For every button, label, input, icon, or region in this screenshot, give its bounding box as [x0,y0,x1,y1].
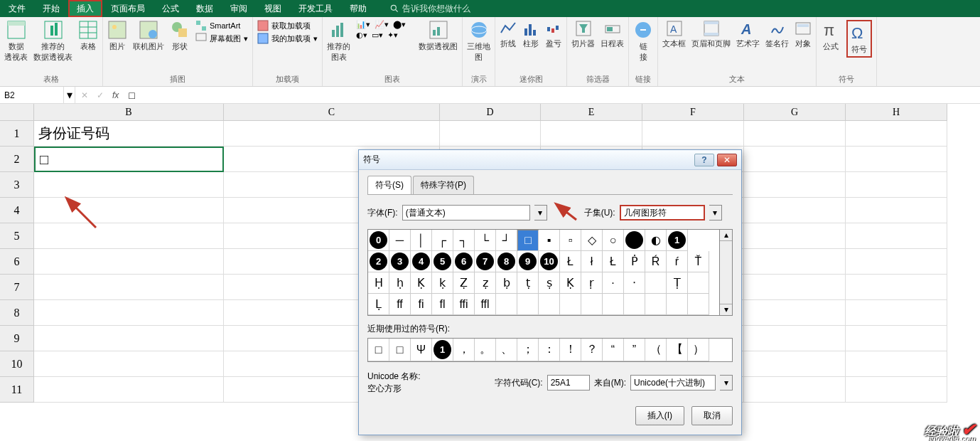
tab-file[interactable]: 文件 [0,0,34,17]
symbol-cell[interactable] [496,294,517,315]
symbol-cell[interactable]: 3 [389,251,411,272]
symbol-cell[interactable]: ○ [603,230,624,251]
tab-data[interactable]: 数据 [188,0,222,17]
table-btn[interactable]: 表格 [78,20,98,52]
cell-D1[interactable] [440,121,541,147]
sparkline-btn[interactable]: 折线 [500,20,517,49]
cell-G10[interactable] [744,351,846,377]
tab-view[interactable]: 视图 [256,0,290,17]
symbol-cell[interactable]: ┘ [496,230,517,251]
symbol-cell[interactable]: 0 [368,230,389,251]
symbol-cell[interactable] [624,230,645,251]
symbol-cell[interactable]: ṛ [581,272,603,294]
cell-G9[interactable] [744,326,846,351]
charcode-input[interactable] [547,375,590,390]
recent-symbol-cell[interactable]: ） [688,339,709,361]
cell-G7[interactable] [744,275,846,300]
symbol-cell[interactable]: ṭ [517,272,539,294]
name-box[interactable]: B2 [0,87,64,103]
cell-G8[interactable] [744,300,846,326]
row-header-1[interactable]: 1 [0,121,34,147]
from-select[interactable]: Unicode(十六进制) [630,375,716,390]
font-select-dropdown[interactable]: ▾ [534,205,547,220]
symbol-cell[interactable] [603,294,624,315]
subset-select-dropdown[interactable]: ▾ [709,205,722,220]
col-header-H[interactable]: H [846,104,947,121]
symbol-cell[interactable]: ḥ [389,272,411,294]
cell-B10[interactable] [34,351,224,377]
row-header-8[interactable]: 8 [0,300,34,326]
tell-me-search[interactable]: 告诉我你想做什么 [389,0,470,17]
cell-H4[interactable] [846,198,947,223]
recent-symbol-cell[interactable]: “ [603,339,624,361]
dialog-help-btn[interactable]: ? [694,154,714,166]
shapes-btn[interactable]: 形状 [170,20,190,52]
tab-devtools[interactable]: 开发工具 [290,0,341,17]
recent-symbol-cell[interactable]: ” [624,339,645,361]
cell-E1[interactable] [541,121,642,147]
symbol-cell[interactable]: ff [389,294,411,315]
row-header-9[interactable]: 9 [0,326,34,351]
symbol-cell[interactable] [517,294,539,315]
object-btn[interactable]: 对象 [795,20,812,49]
symbol-cell[interactable]: Ṗ [624,251,645,272]
pivot-chart-btn[interactable]: 数据透视图 [419,20,458,52]
symbol-cell[interactable]: 10 [539,251,560,272]
cell-B2[interactable]: □ [34,147,224,172]
font-select[interactable]: (普通文本) [402,205,530,220]
symbol-cell[interactable]: □ [517,230,539,251]
cell-B6[interactable] [34,249,224,275]
tab-insert[interactable]: 插入 [68,0,102,17]
symbol-cell[interactable]: Ł [603,251,624,272]
3dmap-btn[interactable]: 三维地 图 [467,20,490,63]
equation-btn[interactable]: π公式 [821,20,841,52]
recent-symbol-cell[interactable]: （ [645,339,667,361]
col-header-E[interactable]: E [541,104,642,121]
recent-symbol-cell[interactable]: □ [368,339,389,361]
cell-G3[interactable] [744,172,846,198]
symbol-cell[interactable]: fi [411,294,432,315]
cell-B1[interactable]: 身份证号码 [34,121,224,147]
symbol-cell[interactable]: ▫ [560,230,581,251]
recent-symbol-cell[interactable]: Ψ [411,339,432,361]
screenshot-btn[interactable]: 屏幕截图 ▾ [195,33,248,44]
symbol-cell[interactable]: 5 [432,251,453,272]
cell-B8[interactable] [34,300,224,326]
smartart-btn[interactable]: SmartArt [195,20,248,31]
subset-select[interactable]: 几何图形符 [620,205,705,220]
symbol-cell[interactable]: Ḷ [368,294,389,315]
wordart-btn[interactable]: A艺术字 [736,20,760,49]
cell-H5[interactable] [846,223,947,249]
chart-icon[interactable]: ⬤▾ [393,20,406,29]
symbol-cell[interactable]: ‧ [624,272,645,294]
row-header-7[interactable]: 7 [0,275,34,300]
row-header-2[interactable]: 2 [0,147,34,172]
chart-icon[interactable]: ◐▾ [356,31,367,40]
symbol-cell[interactable]: ŕ [667,251,688,272]
symbol-cell[interactable]: │ [411,230,432,251]
cell-B9[interactable] [34,326,224,351]
chart-icon[interactable]: ▭▾ [372,31,383,40]
symbol-cell[interactable]: ─ [389,230,411,251]
symbol-cell[interactable]: ┌ [432,230,453,251]
row-header-4[interactable]: 4 [0,198,34,223]
symbol-cell[interactable]: Ḳ [411,272,432,294]
pivot-table-btn[interactable]: 数据 透视表 [4,20,28,63]
cell-G5[interactable] [744,223,846,249]
chart-icon[interactable]: 📈▾ [375,20,389,29]
symbol-cell[interactable]: Ť [688,251,709,272]
symbol-cell[interactable] [624,294,645,315]
cell-C1[interactable] [224,121,440,147]
symbol-cell[interactable]: Ẓ [453,272,475,294]
symbol-cell[interactable]: Ṭ [667,272,688,294]
symbol-cell[interactable]: ẓ [475,272,496,294]
from-select-dropdown[interactable]: ▾ [720,375,733,390]
accept-formula-icon[interactable]: ✓ [97,90,104,100]
recent-symbol-cell[interactable]: ： [539,339,560,361]
cell-G4[interactable] [744,198,846,223]
symbol-cell[interactable]: ṣ [539,272,560,294]
rec-pivot-btn[interactable]: 推荐的 数据透视表 [33,20,72,63]
formula-input[interactable]: □ [124,90,980,101]
scroll-up-btn[interactable]: ▴ [720,230,732,241]
recent-symbol-cell[interactable]: 。 [475,339,496,361]
